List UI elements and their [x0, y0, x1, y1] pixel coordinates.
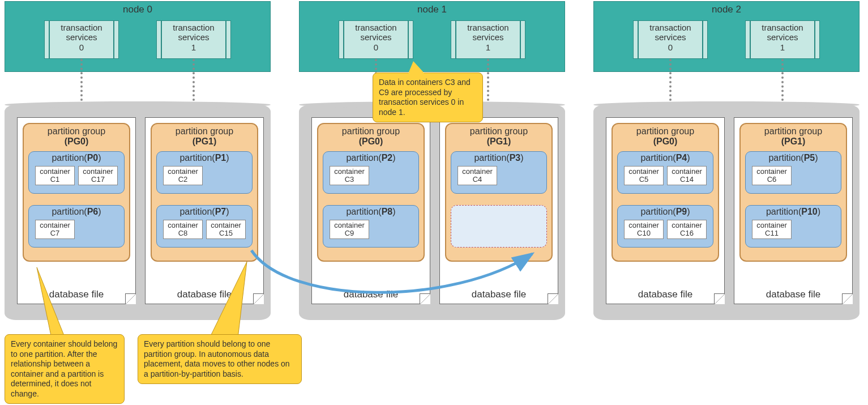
partition-group-label: partition group(PG1)	[152, 126, 257, 147]
container: container C1	[35, 166, 75, 185]
partition-label: partition(P4)	[618, 153, 713, 163]
transaction-services-1: transaction services 1	[451, 20, 525, 59]
container: container C10	[624, 220, 664, 239]
callout-pointer	[408, 61, 426, 75]
node-title: node 0	[5, 3, 270, 16]
container: container C3	[330, 166, 369, 185]
partition-label: partition(P10)	[746, 207, 841, 217]
container: container C7	[35, 220, 75, 239]
container: container C6	[752, 166, 792, 185]
transaction-services-0: transaction services 0	[44, 20, 119, 59]
svg-marker-0	[37, 267, 65, 338]
partition-label: partition(P2)	[323, 153, 418, 163]
transaction-services-0: transaction services 0	[633, 20, 708, 59]
callout-ts-processing: Data in containers C3 and C9 are process…	[373, 73, 483, 122]
database-file-label: database file	[606, 289, 724, 300]
partition-group-label: partition group(PG0)	[318, 126, 424, 147]
partition-label: partition(P7)	[157, 207, 252, 217]
partition-label: partition(P0)	[29, 153, 124, 163]
node-title: node 1	[300, 3, 565, 16]
partition-label: partition(P8)	[323, 207, 418, 217]
partition-placeholder	[451, 205, 547, 248]
container: container C16	[667, 220, 707, 239]
container: container C17	[78, 166, 118, 185]
container: container C14	[667, 166, 707, 185]
transaction-services-0: transaction services 0	[339, 20, 413, 59]
database-file-label: database file	[734, 289, 852, 300]
partition-label: partition(P1)	[157, 153, 252, 163]
svg-marker-1	[209, 262, 247, 338]
container: container C9	[330, 220, 369, 239]
partition-label: partition(P9)	[618, 207, 713, 217]
partition-group-label: partition group(PG0)	[24, 126, 129, 147]
container: container C4	[457, 166, 497, 185]
container: container C11	[752, 220, 792, 239]
transaction-services-1: transaction services 1	[745, 20, 820, 59]
partition-label: partition(P6)	[29, 207, 124, 217]
container: container C8	[163, 220, 203, 239]
partition-label: partition(P5)	[746, 153, 841, 163]
container: container C5	[624, 166, 664, 185]
partition-group-label: partition group(PG0)	[613, 126, 718, 147]
transaction-services-1: transaction services 1	[156, 20, 231, 59]
callout-partition-group: Every partition should belong to one par…	[138, 334, 302, 384]
partition-group-label: partition group(PG1)	[741, 126, 846, 147]
container: container C2	[163, 166, 203, 185]
container: container C15	[206, 220, 246, 239]
node-title: node 2	[594, 3, 859, 16]
partition-label: partition(P3)	[451, 153, 546, 163]
partition-group-label: partition group(PG1)	[446, 126, 551, 147]
callout-container-partition: Every container should belong to one par…	[5, 334, 125, 404]
